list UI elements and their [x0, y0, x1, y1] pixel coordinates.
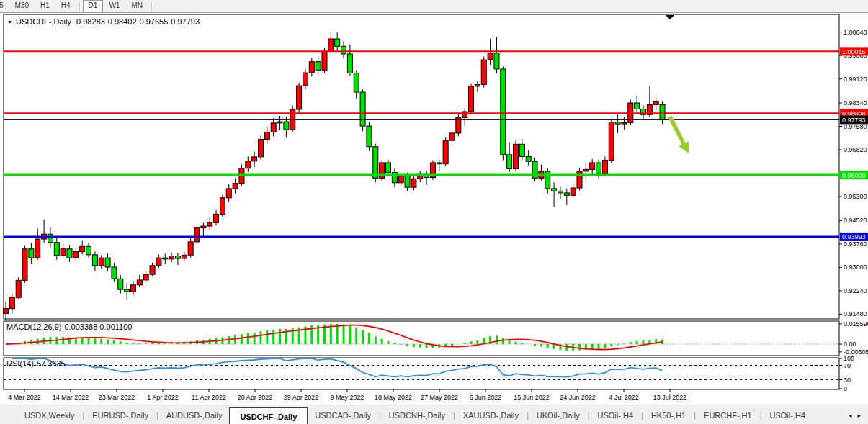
chart-tab-USOil-H4[interactable]: USOil-,H4: [591, 405, 641, 424]
price-tick-label: 0.93760: [844, 240, 867, 248]
candle-up: [99, 258, 104, 266]
candle-down: [335, 39, 340, 46]
candle-up: [156, 258, 161, 266]
tab-scroll-right-icon[interactable]: ▸: [857, 412, 861, 419]
chart-tab-bar: USDX,Weekly|EURUSD-,Daily|AUDUSD-,DailyU…: [0, 405, 868, 424]
chart-tab-USDCHF-Daily[interactable]: USDCHF-,Daily: [229, 407, 308, 424]
candle-up: [577, 171, 582, 188]
date-tick-label: 11 Apr 2022: [192, 394, 226, 401]
chart-tab-USDX-Weekly[interactable]: USDX,Weekly: [17, 405, 81, 424]
chart-tab-USOil-H4[interactable]: USOil-,H4: [763, 405, 813, 424]
chart-tab-EURCHF-H1[interactable]: EURCHF-,H1: [697, 405, 759, 424]
candle-up: [264, 132, 269, 140]
price-tick-label: 0.95300: [844, 193, 867, 200]
timeframe-button-5[interactable]: 5: [0, 0, 9, 12]
candle-down: [316, 62, 321, 71]
candle-down: [507, 155, 512, 169]
macd-tick-label: 0.015596: [844, 320, 868, 328]
candle-down: [67, 249, 72, 258]
candle-down: [526, 156, 531, 161]
tab-scroll-arrows: ◂ ▸: [844, 405, 868, 424]
candle-down: [54, 243, 59, 256]
candle-up: [4, 309, 9, 314]
panel-frames: [4, 14, 839, 389]
candle-down: [564, 193, 569, 195]
candle-down: [545, 171, 550, 189]
timeframe-button-H1[interactable]: H1: [35, 0, 55, 12]
date-tick-label: 4 Jul 2022: [609, 394, 639, 401]
candle-up: [590, 163, 595, 169]
candle-up: [143, 274, 148, 280]
timeframe-button-M30[interactable]: M30: [9, 0, 35, 12]
candle-up: [16, 280, 21, 297]
candle-down: [112, 267, 117, 279]
candle-up: [220, 198, 225, 215]
price-tick-label: 1.00640: [844, 29, 867, 36]
candle-up: [449, 133, 455, 140]
candle-up: [61, 249, 66, 256]
badge-text: 0.96000: [842, 172, 866, 179]
candle-up: [150, 266, 155, 274]
candle-up: [609, 122, 614, 161]
candle-up: [622, 122, 627, 124]
price-axis[interactable]: 1.006400.998800.991200.983400.975800.968…: [839, 29, 868, 318]
candle-up: [514, 144, 519, 168]
date-axis[interactable]: 4 Mar 202214 Mar 202223 Mar 20221 Apr 20…: [8, 389, 686, 401]
candle-down: [354, 73, 359, 93]
timeframe-button-MN[interactable]: MN: [125, 0, 148, 12]
candle-up: [297, 86, 302, 109]
candle-up: [309, 62, 314, 73]
chart-tab-USDCAD-Daily[interactable]: USDCAD-,Daily: [308, 405, 378, 424]
candle-down: [494, 53, 499, 69]
timeframe-button-H4[interactable]: H4: [55, 0, 76, 12]
candle-down: [615, 122, 620, 125]
candle-down: [552, 189, 557, 191]
candle-up: [328, 39, 334, 51]
candle-up: [398, 176, 403, 183]
candle-up: [653, 101, 658, 104]
timeframe-button-W1[interactable]: W1: [103, 0, 125, 12]
candle-up: [322, 51, 327, 70]
rsi-tick-label: 100: [844, 355, 854, 362]
macd-panel[interactable]: [4, 321, 839, 356]
candle-up: [9, 297, 14, 308]
candle-up: [22, 249, 27, 281]
price-tick-label: 0.93000: [844, 263, 867, 271]
chart-tab-USDCNH-Daily[interactable]: USDCNH-,Daily: [382, 405, 452, 424]
rsi-panel[interactable]: [4, 358, 839, 389]
chart-canvas[interactable]: 1.006400.998800.991200.983400.975800.968…: [0, 0, 868, 405]
candle-down: [501, 69, 506, 155]
badge-text: 1.00015: [842, 48, 866, 55]
candle-up: [259, 139, 264, 156]
tab-scroll-left-icon[interactable]: ◂: [849, 412, 852, 419]
candle-up: [137, 280, 142, 285]
candle-down: [48, 234, 53, 243]
main-chart-panel[interactable]: [4, 14, 839, 319]
candle-down: [519, 144, 524, 156]
candle-down: [373, 147, 378, 179]
chart-tab-XAUUSD-Daily[interactable]: XAUUSD-,Daily: [456, 405, 526, 424]
date-tick-label: 14 Mar 2022: [53, 394, 89, 401]
candle-up: [233, 184, 238, 189]
price-line-badge: 0.96000: [840, 171, 868, 179]
candle-up: [214, 214, 219, 222]
badge-text: 0.97793: [842, 117, 866, 124]
chart-tab-UKOil-Daily[interactable]: UKOil-,Daily: [529, 405, 587, 424]
date-tick-label: 18 May 2022: [375, 394, 412, 401]
chart-tab-HK50-H1[interactable]: HK50-,H1: [644, 405, 693, 424]
mt4-chart-window: 5M30H1H4D1W1MN 1.006400.998800.991200.98…: [0, 0, 868, 424]
candle-up: [602, 161, 607, 174]
chart-tab-AUDUSD-Daily[interactable]: AUDUSD-,Daily: [159, 405, 230, 424]
candle-down: [347, 54, 352, 73]
date-tick-label: 9 May 2022: [330, 394, 364, 401]
candle-up: [207, 222, 212, 226]
candle-up: [188, 242, 193, 255]
date-tick-label: 4 Mar 2022: [8, 394, 41, 401]
chart-tab-EURUSD-Daily[interactable]: EURUSD-,Daily: [85, 405, 156, 424]
candle-down: [86, 246, 91, 255]
candle-up: [201, 226, 206, 228]
timeframe-button-D1[interactable]: D1: [83, 0, 104, 12]
date-tick-label: 6 Jun 2022: [470, 394, 502, 401]
price-tick-label: 0.94520: [844, 217, 867, 224]
price-tick-label: 0.99120: [844, 76, 867, 83]
